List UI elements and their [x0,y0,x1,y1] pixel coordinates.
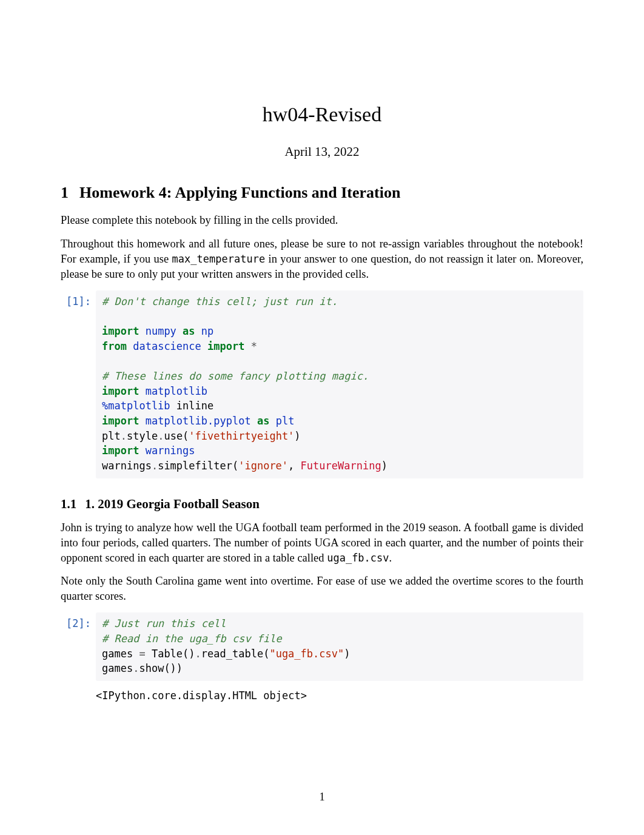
attr-style: style [127,430,158,442]
wildcard-star: * [251,340,257,352]
paragraph-overtime-note: Note only the South Carolina game went i… [61,574,583,604]
keyword-import: import [102,385,139,397]
subsection-number: 1.1 [61,497,76,511]
module-numpy: numpy [146,325,176,337]
name-plt: plt [102,430,121,442]
subsection-heading: 1.11. 2019 Georgia Football Season [61,497,583,512]
code-cell-1: [1]: # Don't change this cell; just run … [61,290,583,478]
cell-output-text: <IPython.core.display.HTML object> [96,689,583,702]
name-games: games [102,648,133,660]
paragraph-text: . [389,552,392,564]
string-ignore: 'ignore' [238,460,288,472]
rparen: ) [381,460,387,472]
magic-matplotlib: %matplotlib [102,400,170,412]
dot: . [152,460,158,472]
paragraph-variables-note: Throughout this homework and all future … [61,236,583,282]
document-page: hw04-Revised April 13, 2022 1Homework 4:… [0,0,644,835]
dot: . [158,430,164,442]
rparen: ) [176,662,183,674]
cell-prompt: [2]: [61,612,96,681]
subsection-title: 1. 2019 Georgia Football Season [85,497,260,511]
call-show: show() [139,662,176,674]
section-title: Homework 4: Applying Functions and Itera… [79,184,400,201]
module-warnings: warnings [146,444,195,457]
page-number: 1 [0,791,644,803]
paragraph-football-intro: John is trying to analyze how well the U… [61,520,583,566]
inline-code-max-temperature: max_temperature [172,253,266,265]
module-datascience: datascience [133,340,201,352]
name-warnings: warnings [102,460,152,472]
module-pyplot: matplotlib.pyplot [146,415,251,427]
dot: . [121,430,127,442]
keyword-as: as [257,415,269,427]
alias-plt: plt [276,415,295,427]
code-cell-2: [2]: # Just run this cell # Read in the … [61,612,583,681]
string-fivethirtyeight: 'fivethirtyeight' [189,430,294,442]
assign: = [133,648,152,660]
code-comment: # Read in the uga_fb csv file [102,632,282,645]
alias-np: np [201,325,213,337]
code-comment: # Just run this cell [102,617,226,629]
name-futurewarning: FutureWarning [301,460,381,472]
cell-prompt: [1]: [61,290,96,478]
call-simplefilter: simplefilter( [158,460,238,472]
magic-arg-inline: inline [176,400,213,412]
keyword-import: import [102,325,139,337]
call-table: Table() [152,648,195,660]
keyword-import: import [102,415,139,427]
comma: , [288,460,300,472]
dot: . [195,648,201,660]
dot: . [133,662,139,674]
keyword-as: as [183,325,195,337]
section-number: 1 [61,184,69,201]
document-date: April 13, 2022 [61,144,583,159]
section-heading: 1Homework 4: Applying Functions and Iter… [61,184,583,202]
string-uga-fb-csv: "uga_fb.csv" [269,648,344,660]
keyword-import: import [207,340,244,352]
code-body: # Just run this cell # Read in the uga_f… [96,612,583,681]
code-comment: # These lines do some fancy plotting mag… [102,370,369,382]
code-comment: # Don't change this cell; just run it. [102,295,338,307]
module-matplotlib: matplotlib [146,385,207,397]
keyword-from: from [102,340,127,352]
call-read-table: read_table( [201,648,270,660]
rparen: ) [344,648,350,660]
rparen: ) [294,430,300,442]
document-title: hw04-Revised [61,103,583,126]
call-use: use( [164,430,189,442]
paragraph-text: John is trying to analyze how well the U… [61,521,583,564]
inline-code-uga-fb-csv: uga_fb.csv [327,552,389,564]
keyword-import: import [102,444,139,457]
paragraph-intro: Please complete this notebook by filling… [61,213,583,228]
code-body: # Don't change this cell; just run it. i… [96,290,583,478]
name-games: games [102,662,133,674]
